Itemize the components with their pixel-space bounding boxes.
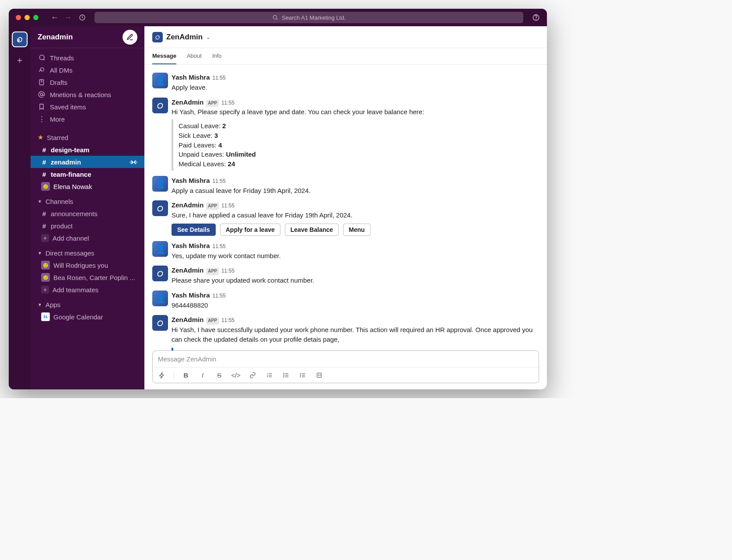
plus-icon: + [41, 234, 49, 242]
code-icon[interactable]: </> [231, 371, 241, 379]
message: ZenAdminAPP11:55Please share your update… [152, 266, 539, 285]
sidebar-section-dms[interactable]: ▼ Direct messages [31, 247, 144, 259]
action-button[interactable]: Leave Balance [285, 224, 339, 236]
sidebar-item-drafts[interactable]: Drafts [31, 76, 144, 88]
avatar-icon: 🙂 [41, 261, 50, 270]
message-author[interactable]: ZenAdmin [172, 200, 203, 210]
bot-avatar[interactable] [152, 266, 168, 281]
action-button[interactable]: Menu [343, 224, 371, 236]
sidebar-item[interactable]: 🙂Will Rodrigues you [31, 259, 144, 271]
search-input[interactable]: Search A1 Marketing Ltd. [95, 12, 523, 23]
chevron-down-icon: ▼ [38, 302, 42, 307]
tab-about[interactable]: About [187, 48, 202, 64]
message-time: 11:55 [213, 178, 226, 185]
hash-icon: # [41, 146, 47, 154]
hash-icon: # [41, 210, 47, 217]
message: ZenAdminAPP11:55Hi Yash, I have successf… [152, 315, 539, 350]
sidebar-item[interactable]: +Add channel [31, 232, 144, 244]
sidebar-item[interactable]: 🙂Elena Nowak [31, 180, 144, 192]
code-block-icon[interactable] [314, 372, 324, 378]
plus-icon: + [41, 286, 49, 294]
bot-avatar[interactable] [152, 200, 168, 216]
sidebar-item-mentions[interactable]: Mnetions & reactions [31, 88, 144, 101]
workspace-rail: ＋ [9, 26, 31, 389]
sidebar-item-dms[interactable]: All DMs [31, 64, 144, 76]
history-icon[interactable] [79, 14, 86, 21]
sidebar-section-starred[interactable]: ★ Starred [31, 131, 144, 144]
bookmark-icon [38, 103, 46, 110]
message-author[interactable]: ZenAdmin [172, 315, 203, 325]
message-author[interactable]: ZenAdmin [172, 98, 203, 107]
app-badge: APP [206, 100, 219, 107]
svg-point-8 [283, 375, 284, 375]
message-input[interactable] [153, 351, 539, 367]
balance-row: Medical Leaves: 24 [179, 159, 539, 169]
maximize-window-button[interactable] [33, 15, 39, 20]
workspace-switcher[interactable] [12, 32, 28, 47]
message-time: 11:55 [213, 243, 226, 250]
sidebar-item[interactable]: #announcements [31, 207, 144, 220]
sidebar-item[interactable]: #product [31, 220, 144, 232]
forward-button[interactable]: → [64, 13, 72, 22]
balance-row: Paid Leaves: 4 [179, 140, 539, 150]
sidebar-item-label: zenadmin [51, 158, 81, 166]
message: 👤Yash Mishra11:55Apply leave. [152, 73, 539, 92]
message-author[interactable]: Yash Mishra [172, 241, 210, 251]
message-author[interactable]: Yash Mishra [172, 290, 210, 300]
sidebar-item[interactable]: #zenadmin⬗⬖ [31, 156, 144, 168]
close-window-button[interactable] [16, 15, 21, 20]
blockquote-icon[interactable] [298, 372, 307, 378]
link-icon[interactable] [248, 372, 257, 378]
channels-list: #announcements#product+Add channel [31, 207, 144, 244]
workspace-header[interactable]: Zenadmin [31, 26, 144, 48]
bold-icon[interactable]: B [181, 371, 191, 379]
strike-icon[interactable]: S [214, 371, 224, 379]
chevron-down-icon: ▼ [38, 251, 42, 256]
composer: B I S </> [144, 350, 547, 389]
sidebar-item[interactable]: 🙂Bea Rosen, Carter Poplin ... [31, 271, 144, 284]
channel-header[interactable]: ZenAdmin ⌄ [144, 26, 547, 48]
sidebar-item-saved[interactable]: Saved items [31, 101, 144, 113]
message-author[interactable]: ZenAdmin [172, 266, 203, 275]
action-button[interactable]: See Details [172, 224, 216, 236]
tab-message[interactable]: Message [152, 48, 176, 64]
sidebar-section-apps[interactable]: ▼ Apps [31, 298, 144, 311]
help-icon[interactable] [532, 14, 540, 21]
main-panel: ZenAdmin ⌄ MessageAboutInfo 👤Yash Mishra… [144, 26, 547, 389]
balance-row: Unpaid Leaves: Unlimited [179, 150, 539, 159]
minimize-window-button[interactable] [25, 15, 30, 20]
sidebar-item[interactable]: #team-finance [31, 168, 144, 180]
user-avatar[interactable]: 👤 [152, 73, 168, 88]
tab-info[interactable]: Info [212, 48, 222, 64]
italic-icon[interactable]: I [198, 371, 207, 379]
ordered-list-icon[interactable] [264, 372, 274, 378]
shortcuts-icon[interactable] [157, 372, 167, 379]
sidebar-item[interactable]: #design-team [31, 144, 144, 156]
svg-rect-10 [317, 373, 321, 378]
message-author[interactable]: Yash Mishra [172, 176, 210, 186]
user-avatar[interactable]: 👤 [152, 241, 168, 257]
back-button[interactable]: ← [51, 13, 59, 22]
bullet-list-icon[interactable] [281, 372, 291, 378]
bot-avatar[interactable] [152, 315, 168, 331]
leave-balance-block: Casual Leave: 2Sick Leave: 3Paid Leaves:… [172, 119, 539, 171]
compose-button[interactable] [123, 30, 137, 45]
sidebar: Zenadmin Threads All DMs Drafts [31, 26, 144, 389]
bot-avatar[interactable] [152, 98, 168, 113]
message-list: 👤Yash Mishra11:55Apply leave.ZenAdminAPP… [144, 65, 547, 350]
sidebar-item-threads[interactable]: Threads [31, 52, 144, 64]
user-avatar[interactable]: 👤 [152, 290, 168, 306]
action-button[interactable]: Apply for a leave [220, 224, 280, 236]
message-author[interactable]: Yash Mishra [172, 73, 210, 82]
tabs: MessageAboutInfo [144, 48, 547, 65]
sidebar-item[interactable]: +Add teammates [31, 284, 144, 296]
sidebar-item-label: Elena Nowak [53, 183, 92, 190]
svg-point-7 [283, 373, 284, 374]
titlebar: ← → Search A1 Marketing Ltd. [9, 9, 547, 26]
sidebar-item-more[interactable]: ⋮ More [31, 113, 144, 125]
sidebar-item-label: Bea Rosen, Carter Poplin ... [53, 274, 135, 281]
sidebar-section-channels[interactable]: ▼ Channels [31, 195, 144, 207]
add-workspace-button[interactable]: ＋ [15, 54, 24, 66]
sidebar-item[interactable]: 31Google Calendar [31, 311, 144, 323]
user-avatar[interactable]: 👤 [152, 176, 168, 192]
